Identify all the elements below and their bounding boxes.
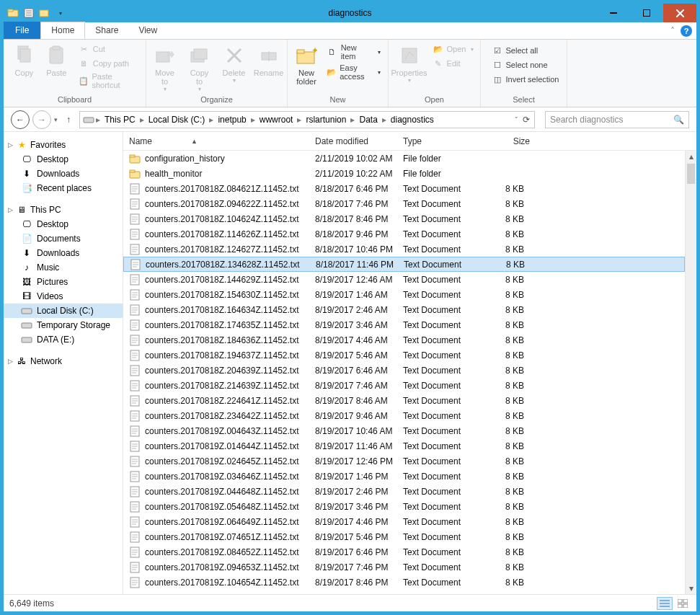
scroll-up-icon[interactable]: ▴ [686,151,696,162]
edit-button[interactable]: ✎Edit [430,57,477,70]
file-row[interactable]: counters.20170818Z.214639Z.11452.txt8/19… [123,378,685,393]
properties-button[interactable]: Properties ▾ [392,43,427,85]
file-row[interactable]: counters.20170819Z.074651Z.11452.txt8/19… [123,529,685,544]
chevron-right-icon[interactable]: ▸ [138,115,146,125]
sidebar-item[interactable]: 🖼Pictures [4,275,123,289]
address-dropdown-icon[interactable]: ˅ [515,116,518,123]
minimize-button[interactable] [597,4,630,22]
sidebar-item[interactable]: 📑Recent places [4,181,123,195]
file-tab[interactable]: File [4,22,40,39]
sidebar-item[interactable]: 🎞Videos [4,289,123,304]
ribbon-collapse-icon[interactable]: ˄ [670,26,675,36]
cut-button[interactable]: ✂Cut [76,43,141,56]
scroll-thumb[interactable] [687,164,695,184]
file-row[interactable]: health_monitor2/11/2019 10:22 AMFile fol… [123,166,685,181]
chevron-right-icon[interactable]: ▸ [296,115,303,125]
copyto-button[interactable]: Copy to ▾ [182,43,217,94]
rename-button[interactable]: Rename [252,43,286,79]
thumbnail-view-button[interactable] [675,597,691,610]
file-row[interactable]: counters.20170818Z.204639Z.11452.txt8/19… [123,363,685,378]
file-row[interactable]: counters.20170819Z.064649Z.11452.txt8/19… [123,514,685,529]
qat-properties-icon[interactable] [22,6,35,19]
paste-shortcut-button[interactable]: 📋Paste shortcut [76,71,141,90]
network-node[interactable]: ▷🖧Network [4,354,123,368]
breadcrumb-segment[interactable]: This PC [102,115,138,125]
sidebar-item[interactable]: DATA (E:) [4,332,123,347]
chevron-right-icon[interactable]: ▸ [349,115,356,125]
address-bar[interactable]: ▸This PC▸Local Disk (C:)▸inetpub▸wwwroot… [79,111,535,128]
select-none-button[interactable]: ☐Select none [489,58,562,71]
file-row[interactable]: counters.20170819Z.104654Z.11452.txt8/19… [123,575,685,590]
sidebar-item[interactable]: ⬇Downloads [4,167,123,181]
column-header-size[interactable]: Size [484,136,530,146]
invert-selection-button[interactable]: ◫Invert selection [489,73,562,86]
sidebar-item[interactable]: 🖵Desktop [4,152,123,167]
file-list[interactable]: configuration_history2/11/2019 10:02 AMF… [123,151,696,594]
maximize-button[interactable] [630,4,663,22]
search-input[interactable]: Search diagnostics 🔍 [545,111,689,128]
chevron-right-icon[interactable]: ▸ [94,115,102,125]
file-row[interactable]: counters.20170818Z.104624Z.11452.txt8/18… [123,211,685,226]
scroll-down-icon[interactable]: ▾ [686,583,696,594]
breadcrumb-segment[interactable]: Local Disk (C:) [146,115,208,125]
file-row[interactable]: counters.20170818Z.084621Z.11452.txt8/18… [123,181,685,196]
file-row[interactable]: counters.20170818Z.124627Z.11452.txt8/18… [123,242,685,257]
file-row[interactable]: counters.20170818Z.234642Z.11452.txt8/19… [123,408,685,423]
paste-button[interactable]: Paste [40,43,73,79]
new-item-button[interactable]: 🗋New item▾ [324,43,384,61]
file-row[interactable]: configuration_history2/11/2019 10:02 AMF… [123,151,685,166]
file-row[interactable]: counters.20170818Z.174635Z.11452.txt8/19… [123,317,685,332]
breadcrumb-segment[interactable]: Data [356,115,380,125]
file-row[interactable]: counters.20170818Z.184636Z.11452.txt8/19… [123,332,685,348]
chevron-right-icon[interactable]: ▸ [208,115,215,125]
file-row[interactable]: counters.20170819Z.054648Z.11452.txt8/19… [123,499,685,514]
new-folder-button[interactable]: ✦ New folder [292,43,321,87]
file-row[interactable]: counters.20170819Z.044648Z.11452.txt8/19… [123,484,685,499]
ribbon-tab-view[interactable]: View [128,22,167,39]
sidebar-item[interactable]: 📄Documents [4,231,123,246]
column-header-name[interactable]: Name▲ [123,136,309,146]
copy-button[interactable]: Copy [8,43,40,79]
qat-customize-icon[interactable]: ▾ [54,6,67,19]
sidebar-item[interactable]: Temporary Storage [4,318,123,332]
file-row[interactable]: counters.20170818Z.114626Z.11452.txt8/18… [123,226,685,242]
file-row[interactable]: counters.20170819Z.084652Z.11452.txt8/19… [123,544,685,559]
details-view-button[interactable] [657,597,673,610]
sidebar-item[interactable]: 🖵Desktop [4,217,123,231]
thispc-node[interactable]: ▷🖥This PC [4,203,123,217]
qat-newfolder-icon[interactable] [38,6,51,19]
chevron-right-icon[interactable]: ▸ [381,115,388,125]
sidebar-item[interactable]: ⬇Downloads [4,246,123,260]
breadcrumb-segment[interactable]: wwwroot [257,115,296,125]
ribbon-tab-home[interactable]: Home [40,22,85,39]
file-row[interactable]: counters.20170818Z.134628Z.11452.txt8/18… [123,257,685,272]
sidebar-item[interactable]: Local Disk (C:) [4,304,123,318]
copy-path-button[interactable]: 🗎Copy path [76,57,141,70]
file-row[interactable]: counters.20170818Z.164634Z.11452.txt8/19… [123,302,685,317]
breadcrumb-segment[interactable]: rslartunion [303,115,349,125]
nav-pane[interactable]: ▷★Favorites 🖵Desktop⬇Downloads📑Recent pl… [4,132,123,594]
open-button[interactable]: 📂Open▾ [430,43,477,56]
select-all-button[interactable]: ☑Select all [489,44,562,57]
file-row[interactable]: counters.20170818Z.154630Z.11452.txt8/19… [123,287,685,302]
file-row[interactable]: counters.20170819Z.024645Z.11452.txt8/19… [123,453,685,469]
file-row[interactable]: counters.20170819Z.014644Z.11452.txt8/19… [123,438,685,453]
easy-access-button[interactable]: 📂Easy access▾ [324,63,384,81]
file-row[interactable]: counters.20170818Z.224641Z.11452.txt8/19… [123,393,685,408]
file-row[interactable]: counters.20170819Z.034646Z.11452.txt8/19… [123,469,685,484]
chevron-right-icon[interactable]: ▸ [249,115,257,125]
column-header-date[interactable]: Date modified [309,136,397,146]
refresh-icon[interactable]: ⟳ [523,115,530,125]
sidebar-item[interactable]: ♪Music [4,260,123,275]
file-row[interactable]: counters.20170818Z.194637Z.11452.txt8/19… [123,348,685,363]
back-button[interactable]: ← [11,110,30,129]
history-dropdown-icon[interactable]: ▾ [54,116,58,123]
forward-button[interactable]: → [32,110,51,129]
vertical-scrollbar[interactable]: ▴ ▾ [685,151,696,594]
delete-button[interactable]: Delete ▾ [217,43,252,85]
column-header-type[interactable]: Type [397,136,484,146]
help-icon[interactable]: ? [681,25,692,37]
breadcrumb-segment[interactable]: diagnostics [388,115,437,125]
ribbon-tab-share[interactable]: Share [85,22,128,39]
up-button[interactable]: ↑ [61,112,76,128]
